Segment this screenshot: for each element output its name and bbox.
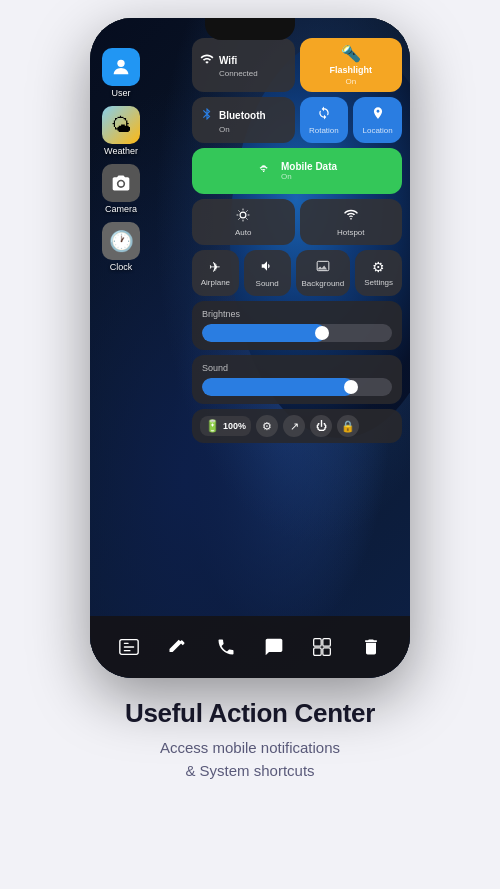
battery-indicator: 🔋 100% bbox=[200, 416, 251, 436]
location-icon bbox=[371, 106, 385, 123]
hotspot-icon bbox=[344, 208, 358, 225]
row-bluetooth-rotation: Bluetooth On bbox=[192, 97, 402, 143]
mobile-data-row: Mobile Data On bbox=[192, 148, 402, 194]
wifi-button[interactable]: Wifi Connected bbox=[192, 38, 295, 92]
hotspot-button[interactable]: Hotspot bbox=[300, 199, 403, 245]
svg-rect-8 bbox=[314, 648, 322, 656]
brightness-label: Brightnes bbox=[202, 309, 392, 319]
dock-messages-icon[interactable] bbox=[258, 631, 290, 663]
left-col: Bluetooth On bbox=[192, 97, 295, 143]
rotation-button[interactable]: Rotation bbox=[300, 97, 349, 143]
user-app-icon bbox=[102, 48, 140, 86]
settings-status-button[interactable]: ⚙ bbox=[256, 415, 278, 437]
dock-finder-icon[interactable] bbox=[113, 631, 145, 663]
settings-button[interactable]: ⚙ Settings bbox=[355, 250, 402, 296]
bluetooth-label: Bluetooth bbox=[219, 110, 266, 121]
background-icon bbox=[316, 259, 330, 276]
phone-container: User 🌤 Weather Camera bbox=[90, 18, 410, 678]
auto-button[interactable]: Auto bbox=[192, 199, 295, 245]
brightness-section: Brightnes bbox=[192, 301, 402, 350]
power-status-button[interactable]: ⏻ bbox=[310, 415, 332, 437]
status-bar-bottom: 🔋 100% ⚙ ↗ ⏻ 🔒 bbox=[192, 409, 402, 443]
wifi-status: Connected bbox=[219, 69, 287, 78]
svg-rect-9 bbox=[323, 648, 331, 656]
svg-rect-7 bbox=[323, 639, 331, 647]
phone-screen: User 🌤 Weather Camera bbox=[90, 18, 410, 678]
battery-percentage: 100% bbox=[223, 421, 246, 431]
brightness-track[interactable] bbox=[202, 324, 392, 342]
rotation-icon bbox=[317, 106, 331, 123]
mobile-data-button[interactable]: Mobile Data On bbox=[192, 148, 402, 194]
rotation-label: Rotation bbox=[309, 126, 339, 135]
app-icon-weather[interactable]: 🌤 Weather bbox=[102, 106, 140, 156]
weather-app-icon: 🌤 bbox=[102, 106, 140, 144]
phone-notch bbox=[205, 18, 295, 40]
airplane-icon: ✈ bbox=[209, 259, 221, 275]
clock-app-icon: 🕐 bbox=[102, 222, 140, 260]
dock-edit-icon[interactable] bbox=[161, 631, 193, 663]
dock-trash-icon[interactable] bbox=[355, 631, 387, 663]
dock-phone-icon[interactable] bbox=[210, 631, 242, 663]
lock-status-button[interactable]: 🔒 bbox=[337, 415, 359, 437]
share-status-button[interactable]: ↗ bbox=[283, 415, 305, 437]
sound-thumb bbox=[344, 380, 358, 394]
auto-label: Auto bbox=[235, 228, 251, 237]
bluetooth-button[interactable]: Bluetooth On bbox=[192, 97, 295, 143]
wifi-icon bbox=[200, 52, 214, 69]
mobile-data-icon bbox=[257, 162, 273, 181]
bluetooth-icon bbox=[200, 107, 214, 124]
svg-point-0 bbox=[117, 60, 124, 67]
svg-rect-6 bbox=[314, 639, 322, 647]
bluetooth-status: On bbox=[219, 125, 287, 134]
location-button[interactable]: Location bbox=[353, 97, 402, 143]
brightness-fill bbox=[202, 324, 326, 342]
mobile-data-status: On bbox=[281, 172, 337, 181]
row-bottom-controls: ✈ Airplane Sound bbox=[192, 250, 402, 296]
airplane-label: Airplane bbox=[201, 278, 230, 287]
sound-slider-label: Sound bbox=[202, 363, 392, 373]
bottom-text-section: Useful Action Center Access mobile notif… bbox=[95, 678, 405, 792]
row-auto-hotspot: Auto Hotspot bbox=[192, 199, 402, 245]
app-icon-user[interactable]: User bbox=[102, 48, 140, 98]
phone-dock bbox=[90, 616, 410, 678]
user-app-label: User bbox=[111, 88, 130, 98]
sound-button[interactable]: Sound bbox=[244, 250, 291, 296]
hotspot-label: Hotspot bbox=[337, 228, 365, 237]
background-label: Background bbox=[302, 279, 345, 288]
location-label: Location bbox=[363, 126, 393, 135]
wifi-label: Wifi bbox=[219, 55, 237, 66]
flashlight-label: Flashlight bbox=[330, 65, 373, 75]
sound-icon bbox=[260, 259, 274, 276]
brightness-thumb bbox=[315, 326, 329, 340]
control-center: Wifi Connected 🔦 Flashlight On bbox=[192, 38, 402, 448]
right-col: Rotation Location bbox=[300, 97, 403, 143]
airplane-button[interactable]: ✈ Airplane bbox=[192, 250, 239, 296]
sound-label: Sound bbox=[256, 279, 279, 288]
weather-app-label: Weather bbox=[104, 146, 138, 156]
background-button[interactable]: Background bbox=[296, 250, 351, 296]
row-wifi-flashlight: Wifi Connected 🔦 Flashlight On bbox=[192, 38, 402, 92]
svg-point-1 bbox=[119, 181, 124, 186]
sub-title: Access mobile notifications& System shor… bbox=[125, 737, 375, 782]
app-icon-clock[interactable]: 🕐 Clock bbox=[102, 222, 140, 272]
flashlight-status: On bbox=[345, 77, 356, 86]
flashlight-button[interactable]: 🔦 Flashlight On bbox=[300, 38, 403, 92]
app-icon-camera[interactable]: Camera bbox=[102, 164, 140, 214]
svg-point-3 bbox=[240, 212, 246, 218]
settings-label: Settings bbox=[364, 278, 393, 287]
settings-icon: ⚙ bbox=[372, 259, 385, 275]
subtitle-text: Access mobile notifications& System shor… bbox=[160, 739, 340, 779]
app-icons-list: User 🌤 Weather Camera bbox=[102, 48, 140, 272]
sound-slider-section: Sound bbox=[192, 355, 402, 404]
sound-track[interactable] bbox=[202, 378, 392, 396]
battery-icon: 🔋 bbox=[205, 419, 220, 433]
camera-app-icon bbox=[102, 164, 140, 202]
phone-frame: User 🌤 Weather Camera bbox=[90, 18, 410, 678]
sound-fill bbox=[202, 378, 354, 396]
clock-app-label: Clock bbox=[110, 262, 133, 272]
camera-app-label: Camera bbox=[105, 204, 137, 214]
dock-multitask-icon[interactable] bbox=[306, 631, 338, 663]
flashlight-icon: 🔦 bbox=[341, 44, 361, 63]
mobile-data-label: Mobile Data bbox=[281, 161, 337, 172]
auto-icon bbox=[236, 208, 250, 225]
